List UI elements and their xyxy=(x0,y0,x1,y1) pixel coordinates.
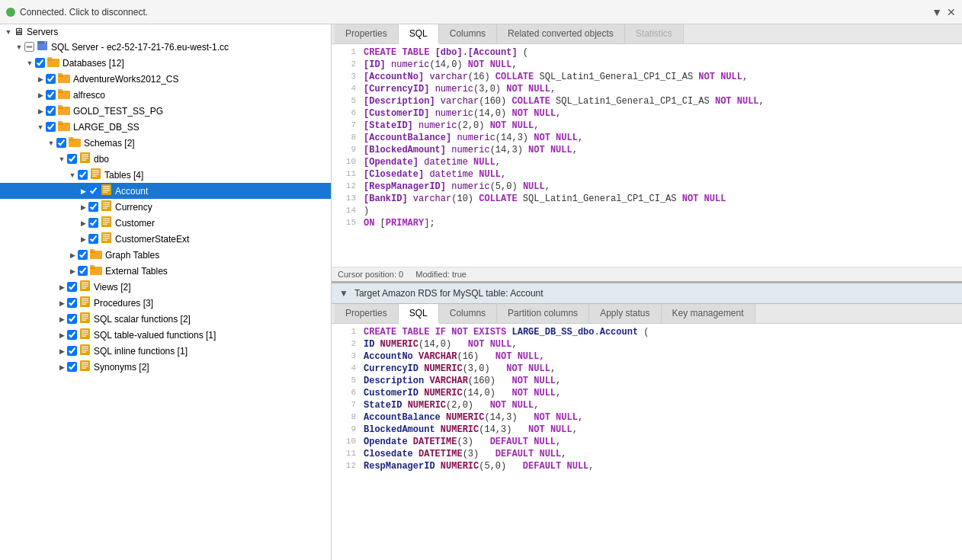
tree-arrow-large-db[interactable]: ▼ xyxy=(35,123,46,131)
top-tab-properties[interactable]: Properties xyxy=(335,24,399,43)
tree-check-synonyms[interactable] xyxy=(67,362,77,372)
right-panel: PropertiesSQLColumnsRelated converted ob… xyxy=(332,24,962,560)
tree-check-graph-tables[interactable] xyxy=(78,250,88,260)
tree-check-customer[interactable] xyxy=(88,218,98,228)
bottom-tab-apply-status[interactable]: Apply status xyxy=(589,304,661,323)
tree-item-procedures[interactable]: ▶Procedures [3] xyxy=(0,295,331,311)
tree-arrow-views[interactable]: ▶ xyxy=(56,283,67,291)
tree-item-customer[interactable]: ▶Customer xyxy=(0,215,331,231)
tree-item-sql-server[interactable]: ▼SQL Server - ec2-52-17-21-76.eu-west-1.… xyxy=(0,39,331,55)
tree-arrow-gold-test[interactable]: ▶ xyxy=(35,107,46,115)
tree-arrow-customer[interactable]: ▶ xyxy=(78,219,88,227)
tree-item-synonyms[interactable]: ▶Synonyms [2] xyxy=(0,359,331,375)
tree-arrow-sql-scalar[interactable]: ▶ xyxy=(56,315,67,323)
tree-arrow-sql-inline[interactable]: ▶ xyxy=(56,347,67,355)
tree-item-gold-test[interactable]: ▶GOLD_TEST_SS_PG xyxy=(0,103,331,119)
tree-item-external-tables[interactable]: ▶External Tables xyxy=(0,263,331,279)
bottom-tab-columns[interactable]: Columns xyxy=(439,304,497,323)
tree-check-sql-server[interactable] xyxy=(24,42,34,52)
svg-rect-66 xyxy=(82,304,86,306)
tree-check-tables[interactable] xyxy=(78,170,88,180)
tree-check-large-db[interactable] xyxy=(46,122,56,132)
cursor-position: Cursor position: 0 xyxy=(338,270,403,279)
tree-check-sql-table-valued[interactable] xyxy=(67,330,77,340)
tree-arrow-customerstateext[interactable]: ▶ xyxy=(78,235,88,243)
svg-rect-64 xyxy=(82,300,88,302)
connection-status-text[interactable]: Connected. Click to disconnect. xyxy=(20,7,932,18)
svg-rect-40 xyxy=(103,208,107,210)
svg-rect-33 xyxy=(103,188,110,190)
tree-item-account[interactable]: ▶Account xyxy=(0,183,331,199)
top-sql-editor[interactable]: 1CREATE TABLE [dbo].[Account] (2[ID] num… xyxy=(332,44,962,267)
filter-icon[interactable]: ▼ xyxy=(932,6,942,18)
tree-arrow-databases[interactable]: ▼ xyxy=(24,59,35,67)
tree-item-currency[interactable]: ▶Currency xyxy=(0,199,331,215)
top-tab-sql[interactable]: SQL xyxy=(399,24,439,44)
line-number: 5 xyxy=(338,96,356,105)
bottom-tab-properties[interactable]: Properties xyxy=(335,304,399,323)
tree-arrow-servers[interactable]: ▼ xyxy=(3,28,14,36)
tree-item-sql-inline[interactable]: ▶SQL inline functions [1] xyxy=(0,343,331,359)
tree-item-customerstateext[interactable]: ▶CustomerStateExt xyxy=(0,231,331,247)
sql-line-top-11: 11[Closedate] datetime NULL, xyxy=(332,169,962,181)
tree-check-dbo[interactable] xyxy=(67,154,77,164)
bottom-tab-key-management[interactable]: Key management xyxy=(662,304,755,323)
tree-item-large-db[interactable]: ▼LARGE_DB_SS xyxy=(0,119,331,135)
tree-item-schemas[interactable]: ▼Schemas [2] xyxy=(0,135,331,151)
tree-arrow-tables[interactable]: ▼ xyxy=(67,171,78,179)
tree-arrow-sql-table-valued[interactable]: ▶ xyxy=(56,331,67,339)
tree-item-views[interactable]: ▶Views [2] xyxy=(0,279,331,295)
tree-check-gold-test[interactable] xyxy=(46,106,56,116)
tree-arrow-currency[interactable]: ▶ xyxy=(78,203,88,211)
sql-line-bottom-3: 3AccountNo VARCHAR(16) NOT NULL, xyxy=(332,351,962,363)
tree-item-dbo[interactable]: ▼dbo xyxy=(0,151,331,167)
tree-item-graph-tables[interactable]: ▶Graph Tables xyxy=(0,247,331,263)
tree-check-sql-inline[interactable] xyxy=(67,346,77,356)
svg-rect-63 xyxy=(82,298,88,299)
tree-item-servers[interactable]: ▼🖥Servers xyxy=(0,24,331,39)
tree-arrow-procedures[interactable]: ▶ xyxy=(56,299,67,307)
tree-item-adventureworks[interactable]: ▶AdventureWorks2012_CS xyxy=(0,71,331,87)
tree-arrow-alfresco[interactable]: ▶ xyxy=(35,91,46,99)
tree-item-sql-table-valued[interactable]: ▶SQL table-valued functions [1] xyxy=(0,327,331,343)
bottom-tab-sql[interactable]: SQL xyxy=(399,304,439,324)
close-icon[interactable]: ✕ xyxy=(947,6,956,18)
tree-check-adventureworks[interactable] xyxy=(46,74,56,84)
line-code: CREATE TABLE [dbo].[Account] ( xyxy=(364,47,528,58)
tree-scroll[interactable]: ▼🖥Servers▼SQL Server - ec2-52-17-21-76.e… xyxy=(0,24,331,560)
tree-check-external-tables[interactable] xyxy=(78,266,88,276)
tree-item-tables[interactable]: ▼Tables [4] xyxy=(0,167,331,183)
tree-check-procedures[interactable] xyxy=(67,298,77,308)
bottom-tab-partition-columns[interactable]: Partition columns xyxy=(497,304,589,323)
top-tab-related-converted-objects[interactable]: Related converted objects xyxy=(497,24,625,43)
tree-check-sql-scalar[interactable] xyxy=(67,314,77,324)
tree-item-alfresco[interactable]: ▶alfresco xyxy=(0,87,331,103)
svg-rect-86 xyxy=(82,368,86,370)
tree-arrow-external-tables[interactable]: ▶ xyxy=(67,267,78,275)
tree-arrow-adventureworks[interactable]: ▶ xyxy=(35,75,46,83)
top-tab-columns[interactable]: Columns xyxy=(439,24,497,43)
tree-check-views[interactable] xyxy=(67,282,77,292)
tree-arrow-synonyms[interactable]: ▶ xyxy=(56,363,67,371)
line-number: 1 xyxy=(338,327,356,336)
tree-check-databases[interactable] xyxy=(35,58,45,68)
collapse-arrow-icon[interactable]: ▼ xyxy=(339,288,348,299)
tree-item-sql-scalar[interactable]: ▶SQL scalar functions [2] xyxy=(0,311,331,327)
sql-bottom-section: PropertiesSQLColumnsPartition columnsApp… xyxy=(332,304,962,561)
bottom-sql-editor[interactable]: 1CREATE TABLE IF NOT EXISTS LARGE_DB_SS_… xyxy=(332,324,962,561)
tree-arrow-schemas[interactable]: ▼ xyxy=(46,139,56,147)
tree-icon-alfresco xyxy=(58,88,70,101)
tree-check-customerstateext[interactable] xyxy=(88,234,98,244)
line-code: ID NUMERIC(14,0) NOT NULL, xyxy=(364,339,518,350)
tree-arrow-dbo[interactable]: ▼ xyxy=(56,155,67,163)
tree-check-currency[interactable] xyxy=(88,202,98,212)
tree-check-alfresco[interactable] xyxy=(46,90,56,100)
line-number: 8 xyxy=(338,412,356,421)
tree-item-databases[interactable]: ▼Databases [12] xyxy=(0,55,331,71)
tree-arrow-account[interactable]: ▶ xyxy=(78,187,88,195)
tree-arrow-sql-server[interactable]: ▼ xyxy=(14,43,24,51)
tree-check-schemas[interactable] xyxy=(56,138,66,148)
svg-rect-58 xyxy=(82,282,88,283)
tree-arrow-graph-tables[interactable]: ▶ xyxy=(67,251,78,259)
tree-check-account[interactable] xyxy=(88,186,98,196)
